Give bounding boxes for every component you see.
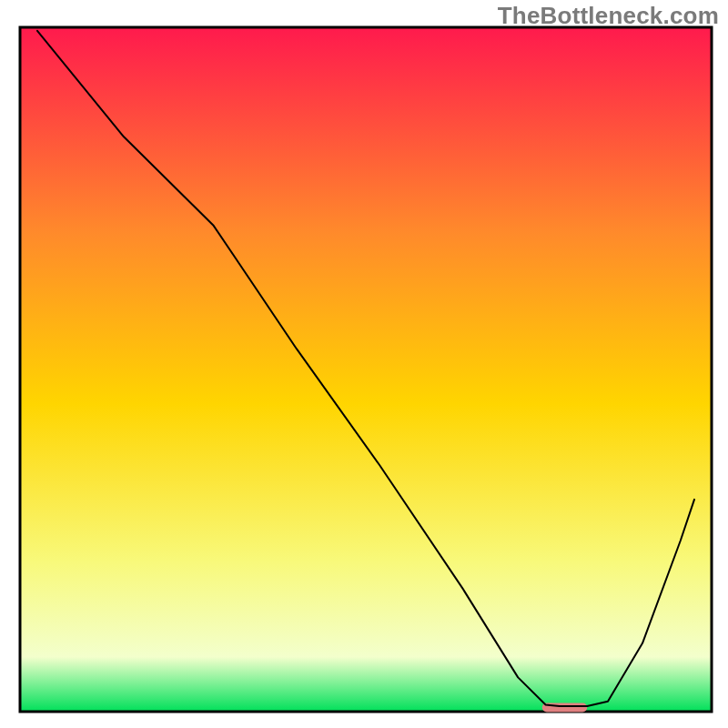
- watermark-label: TheBottleneck.com: [498, 2, 719, 30]
- chart-container: TheBottleneck.com: [0, 0, 728, 728]
- plot-background: [20, 27, 712, 712]
- bottleneck-plot: [0, 0, 728, 728]
